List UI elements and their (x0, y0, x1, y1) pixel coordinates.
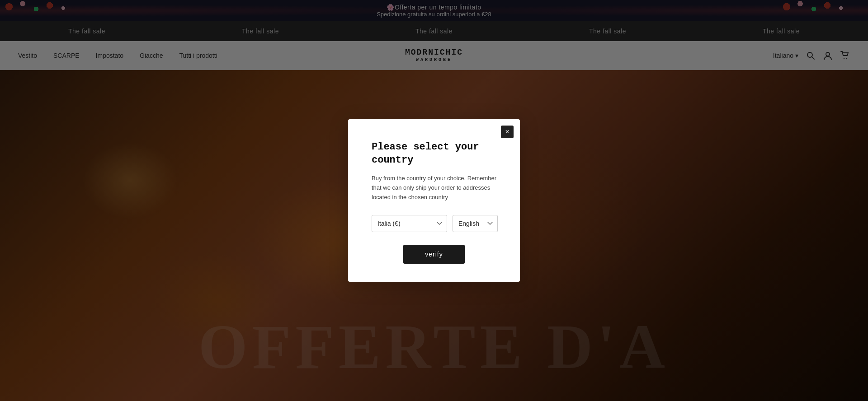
page-wrapper: 🌸Offerta per un tempo limitato Spedizion… (0, 0, 868, 401)
country-select[interactable]: Italia (€) France (€) Germany (€) Spain … (372, 215, 447, 232)
verify-button[interactable]: verify (403, 245, 464, 264)
language-select[interactable]: English Italiano Français Deutsch Españo… (453, 215, 498, 232)
modal-overlay: × Please select your country Buy from th… (0, 0, 868, 401)
modal-description: Buy from the country of your choice. Rem… (372, 174, 496, 202)
modal-selects: Italia (€) France (€) Germany (€) Spain … (372, 215, 496, 232)
modal-close-button[interactable]: × (501, 126, 514, 138)
modal-title: Please select your country (372, 141, 496, 167)
country-select-modal: × Please select your country Buy from th… (348, 119, 520, 282)
